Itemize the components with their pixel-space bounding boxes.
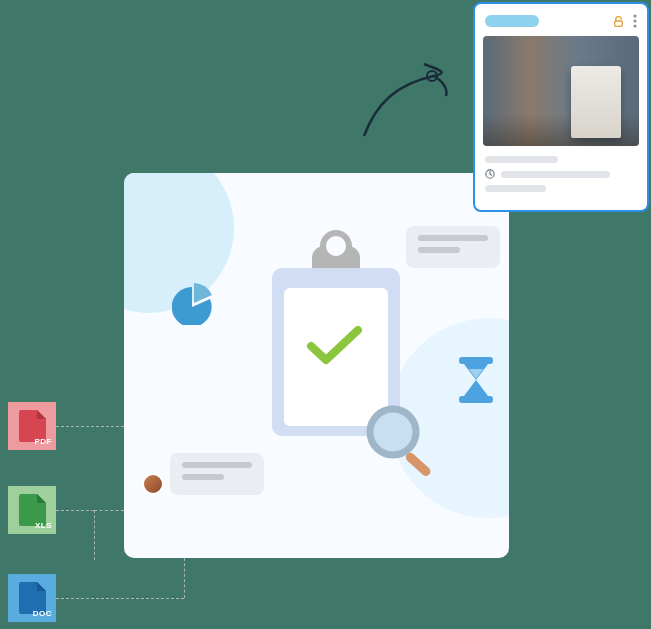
file-badge-xls[interactable]: XLS xyxy=(8,486,56,534)
kebab-menu-icon[interactable] xyxy=(633,14,637,28)
svg-point-0 xyxy=(370,409,416,455)
file-badge-pdf[interactable]: PDF xyxy=(8,402,56,450)
svg-point-6 xyxy=(633,14,636,17)
preview-meta xyxy=(475,146,647,210)
connector-line xyxy=(56,598,184,599)
file-badge-label: XLS xyxy=(35,521,52,530)
checkmark-icon xyxy=(306,324,364,368)
svg-point-7 xyxy=(633,19,636,22)
clock-icon xyxy=(485,169,495,179)
chat-bubble xyxy=(170,453,264,495)
lock-open-icon[interactable] xyxy=(612,15,625,28)
file-badge-label: DOC xyxy=(33,609,52,618)
connector-line xyxy=(94,510,124,511)
svg-rect-5 xyxy=(615,20,623,25)
hourglass-icon xyxy=(457,357,495,407)
file-badge-doc[interactable]: DOC xyxy=(8,574,56,622)
connector-line xyxy=(56,426,124,427)
magnifier-icon xyxy=(364,403,442,485)
svg-rect-2 xyxy=(459,357,493,364)
pie-chart-icon xyxy=(172,281,216,325)
preview-thumbnail[interactable] xyxy=(483,36,639,146)
svg-point-8 xyxy=(633,24,636,27)
preview-header xyxy=(475,4,647,36)
main-card xyxy=(124,173,509,558)
chat-bubble xyxy=(406,226,500,268)
connector-line xyxy=(94,510,95,560)
connector-line xyxy=(184,558,185,598)
preview-card[interactable] xyxy=(473,2,649,212)
svg-rect-3 xyxy=(459,396,493,403)
avatar xyxy=(142,473,164,495)
svg-rect-1 xyxy=(404,451,432,478)
file-badge-label: PDF xyxy=(35,437,53,446)
preview-title-placeholder xyxy=(485,15,539,27)
connector-line xyxy=(56,510,94,511)
arrow-icon xyxy=(356,54,466,144)
